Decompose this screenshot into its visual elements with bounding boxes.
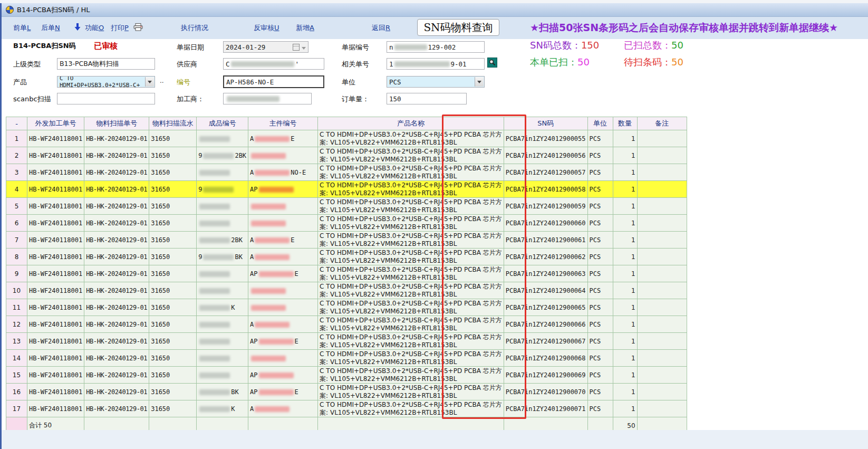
- cell-sn-code[interactable]: PCBA7in1ZY24012900069: [504, 367, 587, 384]
- toolbar-item-exec-status[interactable]: 执行情况: [181, 23, 208, 33]
- cell-unit[interactable]: PCS: [587, 316, 613, 333]
- cell-scan-order-no[interactable]: HB-HK-20240129-01: [84, 299, 149, 316]
- cell-remark[interactable]: [637, 384, 687, 400]
- cell-unit[interactable]: PCS: [587, 400, 613, 417]
- cell-scan-order-no[interactable]: HB-HK-20240129-01: [84, 147, 149, 164]
- toolbar-item-functions[interactable]: 功能O: [85, 23, 104, 33]
- cell-flow-no[interactable]: 31650: [149, 367, 197, 384]
- cell-flow-no[interactable]: 31650: [149, 316, 197, 333]
- cell-part-code[interactable]: APE: [248, 333, 318, 350]
- cell-wf-order-no[interactable]: HB-WF240118001: [27, 316, 84, 333]
- cell-product-name[interactable]: C TO HDMI+DP+USB3.0+2*USB-C+RJ45+PD PCBA…: [318, 333, 504, 350]
- cell-remark[interactable]: [637, 316, 687, 333]
- unit-combobox[interactable]: PCS: [387, 76, 485, 88]
- cell-sn-code[interactable]: PCBA7in1ZY24012900066: [504, 316, 587, 333]
- cell-remark[interactable]: [637, 249, 687, 265]
- cell-flow-no[interactable]: 31650: [149, 130, 197, 147]
- toolbar-item-unapprove[interactable]: 反审核U: [254, 23, 279, 33]
- cell-scan-order-no[interactable]: HB-HK-20240129-01: [84, 249, 149, 265]
- cell-unit[interactable]: PCS: [587, 147, 613, 164]
- cell-unit[interactable]: PCS: [587, 130, 613, 147]
- chevron-down-icon[interactable]: [475, 77, 484, 87]
- toolbar-item-prev[interactable]: 前单L: [13, 23, 31, 33]
- cell-product-name[interactable]: C TO HDMI+DP+USB3.0+2*USB-C+RJ45+PD PCBA…: [318, 215, 504, 232]
- cell-unit[interactable]: PCS: [587, 232, 613, 249]
- cell-qty[interactable]: 1: [613, 147, 637, 164]
- cell-row-number[interactable]: 2: [6, 147, 27, 164]
- cell-scan-order-no[interactable]: HB-HK-20240129-01: [84, 181, 149, 198]
- cell-qty[interactable]: 1: [613, 265, 637, 282]
- toolbar-item-print[interactable]: 打印P: [111, 23, 129, 33]
- cell-scan-order-no[interactable]: HB-HK-20240129-01: [84, 367, 149, 384]
- cell-unit[interactable]: PCS: [587, 249, 613, 265]
- cell-unit[interactable]: PCS: [587, 164, 613, 181]
- cell-part-code[interactable]: ANO-E: [248, 164, 318, 181]
- column-header-6[interactable]: 产品名称: [318, 117, 504, 130]
- cell-row-number[interactable]: 13: [6, 333, 27, 350]
- cell-row-number[interactable]: 9: [6, 265, 27, 282]
- cell-sn-code[interactable]: PCBA7in1ZY24012900061: [504, 232, 587, 249]
- cell-flow-no[interactable]: 31650: [149, 181, 197, 198]
- cell-sn-code[interactable]: PCBA7in1ZY24012900062: [504, 249, 587, 265]
- cell-remark[interactable]: [637, 198, 687, 215]
- cell-wf-order-no[interactable]: HB-WF240118001: [27, 265, 84, 282]
- cell-sn-code[interactable]: PCBA7in1ZY24012900067: [504, 333, 587, 350]
- cell-wf-order-no[interactable]: HB-WF240118001: [27, 384, 84, 400]
- cell-unit[interactable]: PCS: [587, 265, 613, 282]
- cell-product-code[interactable]: K: [197, 400, 248, 417]
- toolbar-item-add[interactable]: 新增A: [296, 23, 314, 33]
- cell-product-code[interactable]: BK: [197, 384, 248, 400]
- cell-product-name[interactable]: C TO HDMI+DP+USB3.0+2*USB-C+RJ45+PD PCBA…: [318, 164, 504, 181]
- cell-flow-no[interactable]: 31650: [149, 215, 197, 232]
- cell-part-code[interactable]: AP: [248, 181, 318, 198]
- cell-scan-order-no[interactable]: HB-HK-20240129-01: [84, 333, 149, 350]
- cell-unit[interactable]: PCS: [587, 198, 613, 215]
- cell-product-code[interactable]: 9BK: [197, 249, 248, 265]
- cell-wf-order-no[interactable]: HB-WF240118001: [27, 400, 84, 417]
- cell-remark[interactable]: [637, 265, 687, 282]
- code-field[interactable]: AP-H586-NO-E: [223, 75, 324, 88]
- cell-qty[interactable]: 1: [613, 198, 637, 215]
- cell-flow-no[interactable]: 31650: [149, 147, 197, 164]
- cell-qty[interactable]: 1: [613, 215, 637, 232]
- cell-wf-order-no[interactable]: HB-WF240118001: [27, 367, 84, 384]
- cell-remark[interactable]: [637, 333, 687, 350]
- chevron-down-icon[interactable]: [145, 77, 154, 87]
- cell-part-code[interactable]: A: [248, 249, 318, 265]
- cell-remark[interactable]: [637, 147, 687, 164]
- cell-scan-order-no[interactable]: HB-HK-20240129-01: [84, 316, 149, 333]
- cell-product-code[interactable]: [197, 265, 248, 282]
- cell-scan-order-no[interactable]: HB-HK-20240129-01: [84, 350, 149, 367]
- cell-sn-code[interactable]: PCBA7in1ZY24012900059: [504, 198, 587, 215]
- cell-remark[interactable]: [637, 130, 687, 147]
- cell-qty[interactable]: 1: [613, 333, 637, 350]
- cell-row-number[interactable]: 5: [6, 198, 27, 215]
- cell-part-code[interactable]: AE: [248, 232, 318, 249]
- cell-product-code[interactable]: [197, 367, 248, 384]
- cell-product-name[interactable]: C TO HDMI+DP+USB3.0+2*USB-C+RJ45+PD PCBA…: [318, 147, 504, 164]
- cell-qty[interactable]: 1: [613, 350, 637, 367]
- cell-sn-code[interactable]: PCBA7in1ZY24012900068: [504, 350, 587, 367]
- cell-product-code[interactable]: 2BK: [197, 232, 248, 249]
- cell-part-code[interactable]: [248, 215, 318, 232]
- cell-row-number[interactable]: 1: [6, 130, 27, 147]
- column-header-1[interactable]: 外发加工单号: [27, 117, 84, 130]
- cell-flow-no[interactable]: 31650: [149, 232, 197, 249]
- cell-row-number[interactable]: 10: [6, 282, 27, 299]
- product-combobox[interactable]: C TO HDMI+DP+USB3.0+2*USB-C+: [57, 76, 155, 88]
- cell-unit[interactable]: PCS: [587, 350, 613, 367]
- cell-unit[interactable]: PCS: [587, 181, 613, 198]
- cell-remark[interactable]: [637, 282, 687, 299]
- cell-part-code[interactable]: [248, 299, 318, 316]
- cell-product-code[interactable]: [197, 350, 248, 367]
- cell-product-name[interactable]: C TO HDMI+DP+USB3.0+2*USB-C+RJ45+PD PCBA…: [318, 265, 504, 282]
- cell-flow-no[interactable]: 31650: [149, 299, 197, 316]
- cell-product-code[interactable]: [197, 130, 248, 147]
- browse-dots[interactable]: ..: [160, 77, 164, 84]
- cell-qty[interactable]: 1: [613, 384, 637, 400]
- cell-product-code[interactable]: 92BK: [197, 147, 248, 164]
- cell-wf-order-no[interactable]: HB-WF240118001: [27, 299, 84, 316]
- processor-field[interactable]: [223, 93, 312, 104]
- column-header-4[interactable]: 成品编号: [197, 117, 248, 130]
- cell-flow-no[interactable]: 31650: [149, 350, 197, 367]
